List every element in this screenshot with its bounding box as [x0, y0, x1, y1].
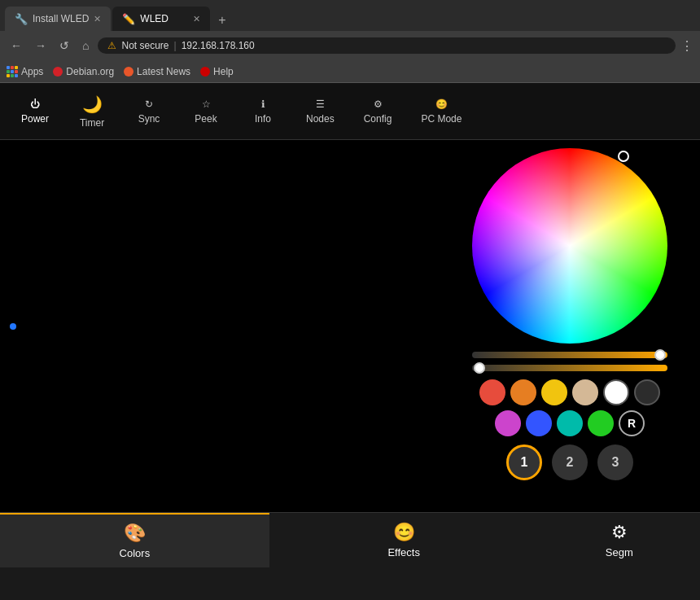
tab-wled-icon: ✏️: [122, 13, 135, 25]
toolbar-sync-label: Sync: [138, 113, 160, 125]
warning-icon: ⚠: [107, 40, 116, 51]
toolbar-nodes-label: Nodes: [306, 113, 335, 125]
bookmark-help-label: Help: [213, 66, 234, 77]
info-icon: ℹ: [261, 99, 265, 110]
bottom-nav-segments-label: Segm: [606, 546, 633, 558]
swatch-blue[interactable]: [526, 410, 552, 436]
not-secure-label: Not secure: [121, 40, 168, 51]
tab-install-close[interactable]: ✕: [94, 14, 101, 24]
tab-wled-close[interactable]: ✕: [193, 14, 200, 24]
pcmode-icon: 😊: [435, 99, 448, 110]
nav-bar: ← → ↺ ⌂ ⚠ Not secure | 192.168.178.160 ⋮: [0, 31, 700, 60]
help-icon: [200, 67, 210, 77]
wled-app: ⏻ Power 🌙 Timer ↻ Sync ☆ Peek ℹ Info ☰ N…: [0, 83, 700, 567]
toolbar-peek[interactable]: ☆ Peek: [177, 92, 234, 131]
bottom-nav-effects[interactable]: 😊 Effects: [269, 513, 539, 567]
toolbar-info[interactable]: ℹ Info: [234, 92, 291, 131]
swatch-red[interactable]: [479, 379, 505, 405]
swatches-row-1: [472, 379, 667, 405]
tab-install-icon: 🔧: [15, 13, 28, 25]
toolbar-config[interactable]: ⚙ Config: [349, 92, 407, 131]
swatch-magenta[interactable]: [495, 410, 521, 436]
effects-icon: 😊: [393, 522, 415, 543]
browser-menu-button[interactable]: ⋮: [680, 38, 693, 54]
news-icon: [124, 67, 133, 77]
toolbar-pcmode-label: PC Mode: [421, 113, 462, 125]
tab-wled[interactable]: ✏️ WLED ✕: [112, 7, 210, 31]
power-icon: ⏻: [30, 99, 40, 110]
bookmark-help[interactable]: Help: [200, 66, 234, 77]
preset-button-1[interactable]: 1: [506, 445, 542, 480]
color-wheel-cursor: [618, 151, 629, 162]
toolbar-timer[interactable]: 🌙 Timer: [63, 88, 120, 135]
peek-icon: ☆: [202, 99, 211, 110]
sync-icon: ↻: [145, 99, 153, 110]
bookmark-news-label: Latest News: [137, 66, 190, 77]
brightness-slider[interactable]: [472, 352, 667, 358]
bookmark-news[interactable]: Latest News: [124, 66, 190, 77]
new-tab-button[interactable]: +: [212, 10, 232, 31]
preset-3-label: 3: [612, 455, 619, 470]
toolbar-timer-label: Timer: [80, 117, 104, 129]
preset-1-label: 1: [521, 455, 528, 470]
left-panel: [0, 140, 440, 512]
nodes-icon: ☰: [316, 99, 325, 110]
debian-icon: [53, 67, 63, 77]
preset-buttons: 1 2 3: [506, 445, 633, 480]
home-button[interactable]: ⌂: [78, 37, 93, 54]
swatch-beige[interactable]: [572, 379, 598, 405]
bookmark-apps[interactable]: Apps: [7, 66, 43, 77]
forward-button[interactable]: →: [31, 37, 50, 54]
toolbar-sync[interactable]: ↻ Sync: [120, 92, 177, 131]
toolbar-info-label: Info: [255, 113, 271, 125]
bottom-nav-colors[interactable]: 🎨 Colors: [0, 513, 269, 567]
swatch-white[interactable]: [603, 379, 629, 405]
tab-install-wled[interactable]: 🔧 Install WLED ✕: [5, 7, 111, 31]
bottom-nav-effects-label: Effects: [387, 546, 420, 558]
browser-chrome: 🔧 Install WLED ✕ ✏️ WLED ✕ + ← → ↺ ⌂ ⚠ N…: [0, 0, 700, 83]
tab-wled-label: WLED: [140, 13, 168, 24]
url-display: 192.168.178.160: [182, 40, 255, 51]
swatch-black[interactable]: [634, 379, 660, 405]
preset-button-3[interactable]: 3: [597, 445, 633, 480]
toolbar-nodes[interactable]: ☰ Nodes: [291, 92, 349, 131]
toolbar-config-label: Config: [364, 113, 392, 125]
brightness-thumb: [654, 349, 666, 361]
timer-icon: 🌙: [82, 94, 103, 114]
toolbar-power-label: Power: [21, 113, 49, 125]
reload-button[interactable]: ↺: [55, 37, 73, 54]
color-temp-slider[interactable]: [472, 365, 667, 371]
back-button[interactable]: ←: [7, 37, 26, 54]
main-content: R 1 2 3: [0, 140, 700, 512]
random-color-button[interactable]: R: [619, 410, 645, 436]
bottom-nav-segments[interactable]: ⚙ Segm: [539, 513, 700, 567]
bottom-nav-colors-label: Colors: [120, 547, 151, 559]
apps-grid-icon: [7, 66, 18, 77]
bookmarks-bar: Apps Debian.org Latest News Help: [0, 60, 700, 83]
toolbar-power[interactable]: ⏻ Power: [7, 92, 63, 131]
segments-icon: ⚙: [611, 522, 628, 543]
swatches-container: R: [472, 379, 667, 436]
tab-bar: 🔧 Install WLED ✕ ✏️ WLED ✕ +: [0, 0, 700, 31]
toolbar-pcmode[interactable]: 😊 PC Mode: [406, 92, 476, 131]
bookmark-debian[interactable]: Debian.org: [53, 66, 114, 77]
status-dot: [10, 323, 16, 330]
slider-container: [472, 352, 667, 371]
swatches-row-2: R: [472, 410, 667, 436]
address-bar[interactable]: ⚠ Not secure | 192.168.178.160: [98, 37, 676, 54]
swatch-yellow[interactable]: [541, 379, 567, 405]
config-icon: ⚙: [374, 99, 383, 110]
swatch-orange[interactable]: [510, 379, 536, 405]
color-panel: R 1 2 3: [440, 140, 700, 512]
bottom-nav: 🎨 Colors 😊 Effects ⚙ Segm: [0, 512, 700, 567]
swatch-green[interactable]: [588, 410, 614, 436]
toolbar: ⏻ Power 🌙 Timer ↻ Sync ☆ Peek ℹ Info ☰ N…: [0, 83, 700, 140]
color-wheel[interactable]: [472, 148, 667, 344]
colors-icon: 🎨: [124, 523, 146, 544]
preset-button-2[interactable]: 2: [552, 445, 588, 480]
color-temp-thumb: [474, 362, 485, 374]
toolbar-peek-label: Peek: [195, 113, 217, 125]
swatch-teal[interactable]: [557, 410, 583, 436]
preset-2-label: 2: [567, 455, 574, 470]
color-wheel-container[interactable]: [472, 148, 667, 344]
